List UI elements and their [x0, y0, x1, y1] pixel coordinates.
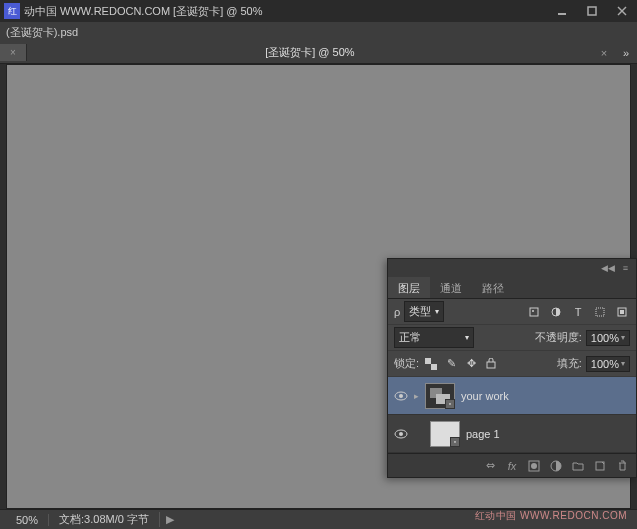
maximize-icon	[587, 6, 597, 16]
layer-mask-icon[interactable]	[526, 458, 542, 474]
fill-field[interactable]: 100% ▾	[586, 356, 630, 372]
svg-rect-11	[431, 364, 437, 370]
new-layer-icon[interactable]	[592, 458, 608, 474]
smart-object-badge-icon: ▫	[445, 399, 455, 409]
visibility-toggle[interactable]	[394, 427, 408, 441]
close-button[interactable]	[607, 0, 637, 22]
blend-mode-value: 正常	[399, 330, 421, 345]
window-titlebar: 红 动中国 WWW.REDOCN.COM [圣诞贺卡] @ 50%	[0, 0, 637, 22]
layers-list: ▸ ▫ your work ▫ page 1	[388, 377, 636, 453]
filter-shape-icon[interactable]	[592, 304, 608, 320]
filter-search-icon: ρ	[394, 306, 400, 318]
svg-point-18	[399, 432, 403, 436]
lock-all-icon[interactable]	[483, 356, 499, 372]
layer-fx-icon[interactable]: fx	[504, 458, 520, 474]
layers-panel-footer: ⇔ fx	[388, 453, 636, 477]
delete-layer-icon[interactable]	[614, 458, 630, 474]
chevron-down-icon: ▾	[621, 333, 625, 342]
svg-rect-4	[530, 308, 538, 316]
status-menu-arrow[interactable]: ▶	[160, 513, 180, 526]
fill-value: 100%	[591, 358, 619, 370]
document-tab-label: [圣诞贺卡] @ 50%	[27, 45, 593, 60]
layer-row[interactable]: ▫ page 1	[388, 415, 636, 453]
lock-paint-icon[interactable]: ✎	[443, 356, 459, 372]
filter-smart-icon[interactable]	[614, 304, 630, 320]
opacity-label: 不透明度:	[535, 330, 582, 345]
svg-rect-1	[588, 7, 596, 15]
zoom-level[interactable]: 50%	[6, 514, 49, 526]
panel-header: ◀◀ ≡	[388, 259, 636, 277]
tab-paths[interactable]: 路径	[472, 277, 514, 298]
tab-secondary-close[interactable]: ×	[593, 47, 615, 59]
status-bar: 50% 文档:3.08M/0 字节 ▶	[0, 509, 637, 529]
window-title: 动中国 WWW.REDOCN.COM [圣诞贺卡] @ 50%	[24, 4, 263, 19]
panel-collapse-icon[interactable]: ◀◀	[597, 263, 619, 273]
document-info: 文档:3.08M/0 字节	[49, 512, 160, 527]
close-icon	[617, 6, 627, 16]
svg-rect-12	[487, 362, 495, 368]
tab-close-icon[interactable]: ×	[10, 47, 16, 58]
layers-panel: ◀◀ ≡ 图层 通道 路径 ρ 类型 ▾ T 正常 ▾ 不透明度: 100% ▾	[387, 258, 637, 478]
document-tab-row: × [圣诞贺卡] @ 50% × »	[0, 42, 637, 64]
svg-point-14	[399, 394, 403, 398]
panel-menu-icon[interactable]: ≡	[619, 263, 632, 273]
layer-thumbnail[interactable]: ▫	[430, 421, 460, 447]
fill-label: 填充:	[557, 356, 582, 371]
filter-pixel-icon[interactable]	[526, 304, 542, 320]
layer-name[interactable]: your work	[461, 390, 509, 402]
adjustment-layer-icon[interactable]	[548, 458, 564, 474]
layer-row[interactable]: ▸ ▫ your work	[388, 377, 636, 415]
svg-rect-10	[425, 358, 431, 364]
document-tab[interactable]: ×	[0, 44, 27, 61]
lock-label: 锁定:	[394, 356, 419, 371]
layer-filter-label: 类型	[409, 304, 431, 319]
blend-mode-select[interactable]: 正常 ▾	[394, 327, 474, 348]
svg-point-5	[532, 310, 534, 312]
filter-adjust-icon[interactable]	[548, 304, 564, 320]
lock-transparency-icon[interactable]	[423, 356, 439, 372]
panel-tab-row: 图层 通道 路径	[388, 277, 636, 299]
blend-opacity-row: 正常 ▾ 不透明度: 100% ▾	[388, 325, 636, 351]
link-layers-icon[interactable]: ⇔	[482, 458, 498, 474]
expand-layer-icon[interactable]: ▸	[414, 391, 419, 401]
layer-filter-row: ρ 类型 ▾ T	[388, 299, 636, 325]
minimize-icon	[557, 6, 567, 16]
maximize-button[interactable]	[577, 0, 607, 22]
lock-position-icon[interactable]: ✥	[463, 356, 479, 372]
lock-fill-row: 锁定: ✎ ✥ 填充: 100% ▾	[388, 351, 636, 377]
svg-rect-9	[620, 310, 624, 314]
document-filename: (圣诞贺卡).psd	[6, 25, 78, 40]
filter-type-icon[interactable]: T	[570, 304, 586, 320]
svg-rect-0	[558, 13, 566, 15]
svg-point-20	[531, 463, 537, 469]
minimize-button[interactable]	[547, 0, 577, 22]
window-controls	[547, 0, 637, 22]
chevron-down-icon: ▾	[621, 359, 625, 368]
opacity-field[interactable]: 100% ▾	[586, 330, 630, 346]
document-subtitle: (圣诞贺卡).psd	[0, 22, 637, 42]
app-logo: 红	[4, 3, 20, 19]
opacity-value: 100%	[591, 332, 619, 344]
tab-layers[interactable]: 图层	[388, 277, 430, 298]
tab-channels[interactable]: 通道	[430, 277, 472, 298]
smart-object-badge-icon: ▫	[450, 437, 460, 447]
visibility-toggle[interactable]	[394, 389, 408, 403]
layer-filter-type[interactable]: 类型 ▾	[404, 301, 444, 322]
layer-thumbnail[interactable]: ▫	[425, 383, 455, 409]
svg-rect-7	[596, 308, 604, 316]
expand-tabs-button[interactable]: »	[615, 47, 637, 59]
layer-group-icon[interactable]	[570, 458, 586, 474]
layer-name[interactable]: page 1	[466, 428, 500, 440]
